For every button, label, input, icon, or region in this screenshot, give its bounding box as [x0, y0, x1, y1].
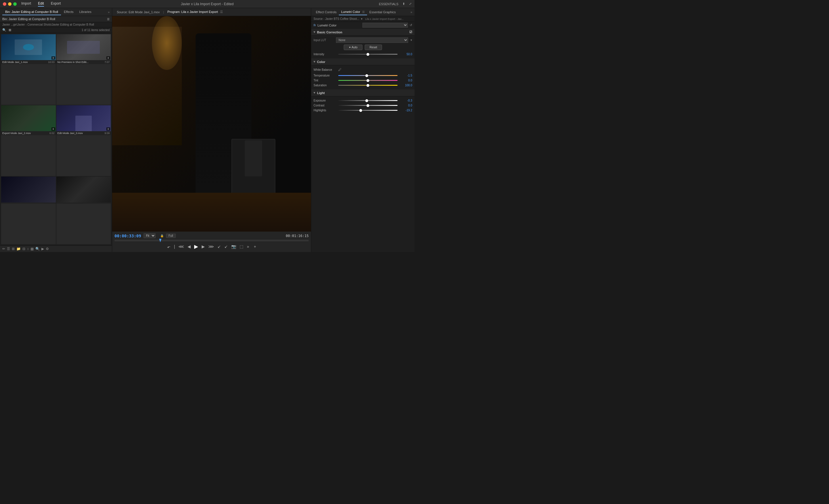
bin-title: Bin: Javier Editing at Computer B Roll: [2, 17, 105, 21]
left-panel-tabs: Bin: Javier Editing at Computer B Roll E…: [0, 8, 112, 16]
playback-icon[interactable]: ▶: [41, 247, 44, 251]
bin-menu-icon[interactable]: ☰: [107, 17, 110, 21]
quality-icon[interactable]: 🔒: [160, 234, 164, 237]
tint-row: Tint 0.0: [314, 78, 412, 83]
basic-correction-toggle[interactable]: ☑: [409, 30, 412, 34]
exposure-handle[interactable]: [365, 99, 368, 102]
maximize-button[interactable]: [13, 2, 17, 6]
lut-chevron[interactable]: ▾: [410, 38, 412, 42]
in-point-button[interactable]: ⬐: [167, 244, 171, 249]
exposure-slider[interactable]: [338, 100, 398, 101]
essentials-label[interactable]: ESSENTIALS: [379, 2, 398, 6]
search-icon[interactable]: 🔍: [2, 28, 6, 32]
overwrite-button[interactable]: ↙: [224, 244, 228, 249]
media-item-3[interactable]: ⊞ Export Mode Javi_2.mov 6:02: [1, 105, 56, 176]
window-controls[interactable]: [3, 2, 17, 6]
minimize-button[interactable]: [8, 2, 11, 6]
filmstrip-icon[interactable]: ▦: [31, 247, 34, 251]
basic-correction-header[interactable]: ▾ Basic Correction ☑: [311, 29, 414, 36]
playhead-bar[interactable]: [114, 240, 309, 241]
thumbnail-view-icon[interactable]: ⊞: [9, 28, 11, 32]
go-to-out-button[interactable]: ⋙: [208, 244, 214, 249]
media-item-4[interactable]: ⊞ Edit Mode Javi_0.mov 9:09: [57, 105, 111, 176]
search2-icon[interactable]: 🔍: [35, 247, 40, 251]
bin-tab[interactable]: Bin: Javier Editing at Computer B Roll: [2, 9, 61, 15]
saturation-slider[interactable]: [338, 85, 398, 86]
source-monitor-tab[interactable]: Source: Edit Mode Javi_1.mov: [114, 9, 162, 15]
step-forward-button[interactable]: ▶: [202, 244, 205, 249]
eyedropper-icon[interactable]: 🖊: [338, 68, 341, 71]
media-item-1[interactable]: ⊞ Edit Mode Javi_1.mov 16:03: [1, 34, 56, 105]
title-right: ESSENTIALS ⬆ ⤢: [379, 2, 411, 6]
program-monitor-tab[interactable]: Program: Lila x Javier Import Export ☰: [165, 9, 225, 15]
camera-object: [231, 139, 275, 200]
out-point-button[interactable]: |: [174, 244, 175, 249]
section-arrow-color: ▾: [314, 60, 315, 64]
tint-handle[interactable]: [366, 79, 369, 82]
light-section-header[interactable]: ▾ Light: [311, 89, 414, 96]
play-button[interactable]: ▶: [194, 243, 198, 250]
quality-select[interactable]: Full: [166, 233, 176, 238]
libraries-tab[interactable]: Libraries: [76, 9, 94, 15]
intensity-slider[interactable]: [338, 54, 398, 55]
section-arrow-basic: ▾: [314, 30, 315, 34]
highlights-handle[interactable]: [359, 109, 362, 112]
color-section-header[interactable]: ▾ Color: [311, 59, 414, 65]
grid-view-icon[interactable]: ⊞: [12, 247, 15, 251]
playhead[interactable]: [159, 239, 161, 242]
slider-icon[interactable]: ⊟: [23, 247, 25, 251]
temperature-handle[interactable]: [365, 74, 368, 77]
sort-icon[interactable]: ↕: [27, 247, 29, 251]
media-item-6[interactable]: [57, 177, 111, 244]
panel-menu-icon[interactable]: »: [108, 10, 110, 14]
temperature-row: Temperature -1.5: [314, 73, 412, 78]
contrast-handle[interactable]: [366, 104, 369, 107]
reset-icon[interactable]: ↺: [409, 23, 412, 27]
folder-icon[interactable]: 📁: [16, 247, 21, 251]
contrast-slider[interactable]: [338, 105, 398, 106]
fit-select[interactable]: Fit: [144, 233, 156, 238]
saturation-value: 100.0: [399, 84, 412, 87]
insert-button[interactable]: ↙: [217, 244, 221, 249]
main-layout: Bin: Javier Editing at Computer B Roll E…: [0, 8, 414, 252]
temperature-slider[interactable]: [338, 75, 398, 76]
title-bar: Import Edit Export Javier x Lila Import …: [0, 0, 414, 8]
intensity-handle[interactable]: [366, 53, 369, 56]
export-menu-item[interactable]: Export: [51, 1, 61, 7]
bin-path: Javier ...ge\Javier - Commercial Shots\J…: [0, 22, 112, 27]
saturation-handle[interactable]: [366, 84, 369, 87]
tint-slider[interactable]: [338, 80, 398, 81]
essential-graphics-tab[interactable]: Essential Graphics: [367, 9, 398, 15]
lut-select[interactable]: None: [336, 37, 408, 43]
list-view-icon[interactable]: ☰: [7, 247, 10, 251]
media-grid: ⊞ Edit Mode Javi_1.mov 16:03 ⊞ No Premie…: [0, 33, 112, 245]
light-label: Light: [317, 91, 325, 95]
reset-button[interactable]: Reset: [365, 45, 382, 50]
effect-source-chevron[interactable]: ▾: [361, 17, 362, 21]
right-panel-menu[interactable]: »: [410, 10, 412, 14]
monitor-tabs: Source: Edit Mode Javi_1.mov | Program: …: [112, 8, 311, 16]
program-timecode[interactable]: 00:00:33:09: [114, 233, 141, 238]
step-back-button[interactable]: ◀: [187, 244, 191, 249]
temperature-value: -1.5: [399, 74, 412, 77]
pencil-icon[interactable]: ✏: [2, 247, 5, 251]
camera-button[interactable]: 📷: [231, 244, 236, 249]
media-item-5[interactable]: [1, 177, 56, 244]
lumetri-color-tab[interactable]: Lumetri Color ☰: [339, 9, 367, 15]
edit-menu-item[interactable]: Edit: [38, 1, 44, 7]
media-item-2[interactable]: ⊞ No Premiere in Shot Editi... 7:07: [57, 34, 111, 105]
effect-select[interactable]: [362, 23, 408, 28]
settings-icon[interactable]: ⚙: [46, 247, 49, 251]
highlights-slider[interactable]: [338, 110, 398, 111]
go-to-in-button[interactable]: ⋘: [178, 244, 184, 249]
import-menu-item[interactable]: Import: [21, 1, 31, 7]
close-button[interactable]: [3, 2, 6, 6]
add-button[interactable]: +: [254, 244, 256, 249]
effects-tab[interactable]: Effects: [61, 9, 76, 15]
effect-controls-tab[interactable]: Effect Controls: [314, 9, 339, 15]
auto-button[interactable]: ✦ Auto: [344, 45, 362, 50]
more-controls[interactable]: »: [247, 244, 249, 249]
share-icon[interactable]: ⬆: [402, 2, 405, 6]
export-frame-button[interactable]: ⬚: [240, 244, 243, 249]
fullscreen-icon[interactable]: ⤢: [409, 2, 411, 6]
